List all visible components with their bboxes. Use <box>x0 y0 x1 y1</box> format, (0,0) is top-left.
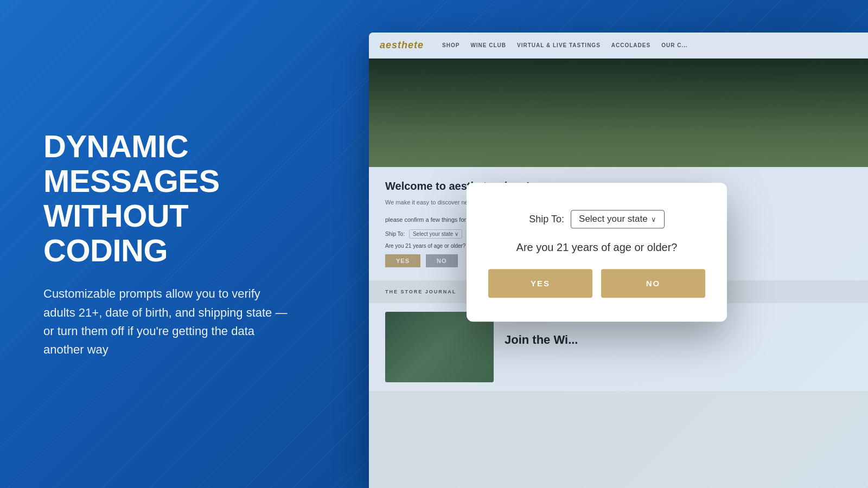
footer-image <box>385 312 494 382</box>
sub-text: Customizable prompts allow you to verify… <box>43 285 293 358</box>
browser-navbar: aesthete SHOP WINE CLUB VIRTUAL & LIVE T… <box>369 33 868 59</box>
browser-hero-image <box>369 59 868 167</box>
nav-shop: SHOP <box>442 42 459 48</box>
site-logo: aesthete <box>380 40 424 51</box>
modal-yes-button[interactable]: YES <box>488 269 592 298</box>
main-heading: DYNAMIC MESSAGES WITHOUT CODING <box>43 129 293 267</box>
footer-join-section: Join the Wi... <box>505 312 578 382</box>
nav-accolades: ACCOLADES <box>611 42 650 48</box>
modal-buttons: YES NO <box>488 269 705 298</box>
modal-ship-row: Ship To: Select your state ∨ <box>488 210 705 228</box>
modal-state-select[interactable]: Select your state ∨ <box>571 210 665 228</box>
heading-line2: WITHOUT CODING <box>43 198 188 268</box>
site-state-select-mini[interactable]: Select your state ∨ <box>409 229 462 239</box>
nav-links: SHOP WINE CLUB VIRTUAL & LIVE TASTINGS A… <box>442 42 688 48</box>
footer-join-text: Join the Wi... <box>505 322 578 347</box>
chevron-down-icon: ∨ <box>651 215 656 223</box>
site-ship-label: Ship To: <box>385 231 405 237</box>
modal-no-button[interactable]: NO <box>601 269 705 298</box>
footer-image-inner <box>385 312 494 382</box>
site-yes-button-mini[interactable]: YES <box>385 254 420 267</box>
nav-our: OUR C... <box>661 42 688 48</box>
hero-landscape <box>369 59 868 167</box>
modal-ship-label: Ship To: <box>529 214 564 225</box>
modal-age-question: Are you 21 years of age or older? <box>488 241 705 254</box>
site-no-button-mini[interactable]: NO <box>426 254 458 267</box>
modal-state-text: Select your state <box>579 214 648 224</box>
right-section: aesthete SHOP WINE CLUB VIRTUAL & LIVE T… <box>326 0 868 488</box>
left-section: DYNAMIC MESSAGES WITHOUT CODING Customiz… <box>0 129 326 359</box>
heading-line1: DYNAMIC MESSAGES <box>43 129 220 198</box>
main-content: DYNAMIC MESSAGES WITHOUT CODING Customiz… <box>0 0 868 488</box>
nav-wine-club: WINE CLUB <box>470 42 506 48</box>
store-journal-label: THE STORE JOURNAL <box>385 289 456 294</box>
nav-tastings: VIRTUAL & LIVE TASTINGS <box>517 42 601 48</box>
modal-card: Ship To: Select your state ∨ Are you 21 … <box>467 183 727 322</box>
